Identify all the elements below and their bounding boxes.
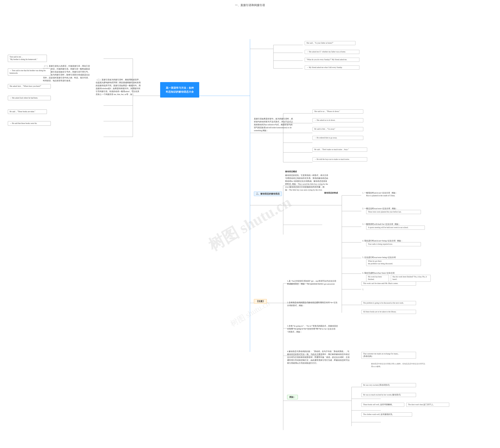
example-sell-row: These books sell well, 这些书很畅销。 The door … (361, 403, 449, 407)
note-2-example2: All these books are to be taken to the l… (361, 310, 416, 314)
example-clothes: The clothes wash well, 这衣服很好洗。 (361, 412, 412, 416)
examples-label: 例如： (287, 395, 298, 399)
left-ex-1: Tom said to me，"My brother is doing his … (8, 55, 47, 62)
tense-item-1: 1. 一般现在时am/is/are+过去分词 例如： Rice is plant… (362, 192, 397, 197)
example-box-ex1: She said，"Is your father at home?" (305, 41, 355, 45)
right-desc-imperative: 直接引语如果是祈使句，改为间接引语时，把祈使句的动词变为不定式形式，并在不定式之… (254, 117, 293, 132)
left-ex-6: → He said that those books were his. (8, 121, 51, 126)
tense-item-7: 7. (362, 288, 364, 291)
main-container: 树图 shutu.cn 树图 shutu.cn (0, 0, 500, 448)
example-imperative-5: He said，"Don't make so much noise，boys." (313, 148, 367, 152)
notes-header: 【注意】 (254, 299, 267, 304)
example-box-ex2: → She asked me if / whether my father wa… (305, 50, 359, 54)
example-box-ex4: → My friend asked me what I did every Su… (305, 65, 359, 70)
note-1-desc: 1.及 \"be之外的其它系动词\"get，stay等词可以代过去分词构成被动语… (287, 280, 338, 285)
note-4-subnote: 被动语态中的过去分词很少用very修饰，但动态态态中的过去分词可以用much修饰… (371, 363, 426, 368)
example-excited-2: He was so much excited by her words.(被动形… (361, 393, 416, 397)
left-desc-indirect: （二）直接引语改为间接引语时，都使用陈述语序，但是因为原句的句式不同，所以变成间… (96, 78, 141, 96)
tense-item-5: 5. 过去进行时was/were+being+过去分词 When he got … (362, 256, 421, 266)
note-2-example: The problem is going to be discussed at … (361, 301, 416, 305)
tense-item-3: 3. 一般将来时will/shall+be+过去分词 例如： A sports … (362, 223, 425, 230)
left-ex-3: She asked Jack，"Where have you been?" (8, 84, 51, 89)
example-imperative-1: She said to us，"Please sit down." (313, 110, 363, 113)
note-3-desc: 3.含有\"be going to\"、\"be to\"等形式的固定式，其被动… (287, 324, 338, 333)
left-ex-5: He said，"These books are mine." (8, 110, 47, 114)
example-imperative-3: He said to him，"Go away" (313, 127, 363, 131)
passive-overview: 被动语态概述 被动语态的优先。它是英语的一种形式，表示主语与谓语动词之间的动作对… (285, 170, 328, 191)
section2-header: 二、被动语态的被动语态 (254, 192, 282, 196)
example-imperative-6: → He told the boys not to make so much n… (313, 157, 367, 161)
note-4-desc: 4.被动语态与系动词的比较：「系动词」在句子中的「系动词系统」，与被动语态的形式… (287, 350, 350, 365)
example-imperative-2: → She asked us to sit down. (313, 118, 363, 122)
tense-item-2: 2. 一般过去时was/were+过去分词 例如： These trees we… (362, 207, 421, 214)
left-ex-4: → She asked Jack where he had been. (8, 96, 51, 100)
note-2-desc: 2.含有情态动词的固定式被动语态通常用情态动词+be+过去分词的形式，例如： (287, 301, 338, 307)
example-imperative-4: → He ordered him to go away. (313, 136, 363, 140)
left-ex-2: → Tom said to me that his brother was do… (8, 68, 51, 76)
note-1-example: This work can't be done until Mr. Black … (361, 281, 416, 286)
example-excited-1: He was very excited.(系动词形式) (361, 383, 416, 387)
passive-form-title: 被动语态的构成 (324, 192, 338, 194)
note-4-example: That customer me made an exchange for ma… (361, 352, 416, 359)
example-box-ex3: "What do you do every Sunday?" My friend… (305, 58, 359, 62)
center-box: 高一英语学习方法：各种 时态知识的被动语态大全 (160, 82, 199, 97)
tense-item-4: 4. 现在进行时am/is/are+being+过去分词 例如： Your ra… (362, 240, 421, 246)
page-title: 一、直接引语和间接引语 (235, 3, 265, 7)
watermark: 树图 shutu.cn (205, 192, 295, 256)
tense-item-6: 6. 现在完成时have/has+been+过去分词 His work has … (362, 272, 431, 281)
